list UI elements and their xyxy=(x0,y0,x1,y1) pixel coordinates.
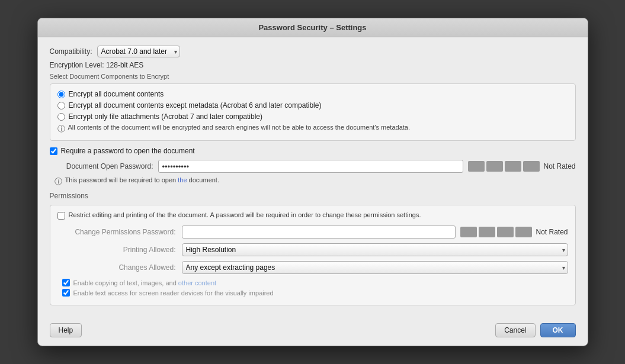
restrict-checkbox[interactable] xyxy=(57,212,65,220)
change-permissions-label: Change Permissions Password: xyxy=(57,228,176,236)
permissions-strength-label: Not Rated xyxy=(536,228,568,236)
select-components-label: Select Document Components to Encrypt xyxy=(50,73,576,80)
encrypt-radio-3-input[interactable] xyxy=(57,113,65,121)
change-permissions-password-row: Change Permissions Password: Not Rated xyxy=(57,226,568,239)
perm-strength-bar-3 xyxy=(497,227,514,237)
restrict-label: Restrict editing and printing of the the… xyxy=(69,211,421,218)
password-security-dialog: Password Security – Settings Compatibili… xyxy=(37,18,588,346)
compatibility-row: Compatibility: Acrobat 7.0 and later Acr… xyxy=(50,46,576,57)
password-info-row: ⓘ This password will be required to open… xyxy=(55,176,576,187)
cancel-button[interactable]: Cancel xyxy=(495,323,535,337)
perm-strength-bar-2 xyxy=(479,227,495,237)
ok-button[interactable]: OK xyxy=(540,323,576,337)
strength-bar-1 xyxy=(468,161,485,172)
compatibility-label: Compatibility: xyxy=(50,47,92,56)
enable-copying-checkbox[interactable] xyxy=(62,279,70,286)
document-open-password-label: Document Open Password: xyxy=(50,162,153,170)
perm-strength-bar-1 xyxy=(460,227,477,237)
enable-copying-label: Enable copying of text, images, and othe… xyxy=(73,279,217,286)
right-buttons: Cancel OK xyxy=(495,323,575,337)
password-info-icon: ⓘ xyxy=(55,176,62,187)
strength-bar-4 xyxy=(523,161,540,172)
permissions-strength-bars xyxy=(460,227,532,237)
encrypt-radio-1: Encrypt all document contents xyxy=(57,90,568,98)
enable-text-access-row: Enable text access for screen reader dev… xyxy=(62,289,568,297)
permissions-title: Permissions xyxy=(50,192,576,200)
dialog-title: Password Security – Settings xyxy=(38,18,588,37)
enable-text-access-checkbox[interactable] xyxy=(62,289,70,297)
perm-strength-bar-4 xyxy=(515,227,532,237)
help-button[interactable]: Help xyxy=(50,323,82,337)
encrypt-options-box: Encrypt all document contents Encrypt al… xyxy=(50,83,576,141)
enable-copying-row: Enable copying of text, images, and othe… xyxy=(62,279,568,286)
info-icon: ⓘ xyxy=(57,124,65,134)
compatibility-select[interactable]: Acrobat 7.0 and later Acrobat 5.0 and la… xyxy=(97,46,180,57)
button-bar: Help Cancel OK xyxy=(38,318,588,346)
encryption-level-row: Encryption Level: 128-bit AES xyxy=(50,61,576,69)
encrypt-radio-2: Encrypt all document contents except met… xyxy=(57,101,568,109)
require-password-label: Require a password to open the document xyxy=(61,147,195,155)
printing-allowed-row: Printing Allowed: High Resolution None L… xyxy=(57,243,568,256)
enable-text-access-label: Enable text access for screen reader dev… xyxy=(73,289,274,297)
changes-allowed-select-wrapper: Any except extracting pages None Inserti… xyxy=(182,261,568,274)
document-open-password-row: Document Open Password: Not Rated xyxy=(50,160,576,173)
password-strength-bars xyxy=(468,161,540,172)
changes-allowed-label: Changes Allowed: xyxy=(57,263,176,272)
change-permissions-input[interactable] xyxy=(182,226,456,239)
compatibility-select-wrapper: Acrobat 7.0 and later Acrobat 5.0 and la… xyxy=(97,46,180,57)
permissions-box: Restrict editing and printing of the the… xyxy=(50,205,576,305)
strength-bar-2 xyxy=(486,161,503,172)
require-password-checkbox[interactable] xyxy=(50,147,57,155)
strength-bar-3 xyxy=(505,161,521,172)
encrypt-info-text: All contents of the document will be enc… xyxy=(68,124,411,131)
password-strength-label: Not Rated xyxy=(543,162,575,170)
changes-allowed-select[interactable]: Any except extracting pages None Inserti… xyxy=(182,261,568,274)
restrict-checkbox-row: Restrict editing and printing of the the… xyxy=(57,211,568,220)
encrypt-info-row: ⓘ All contents of the document will be e… xyxy=(57,124,568,134)
document-open-password-input[interactable] xyxy=(158,160,464,173)
password-info-text: This password will be required to open t… xyxy=(65,176,219,183)
printing-allowed-select[interactable]: High Resolution None Low Resolution (150… xyxy=(182,243,568,256)
encrypt-radio-3: Encrypt only file attachments (Acrobat 7… xyxy=(57,112,568,121)
extra-options: Enable copying of text, images, and othe… xyxy=(57,279,568,297)
changes-allowed-row: Changes Allowed: Any except extracting p… xyxy=(57,261,568,274)
require-password-row: Require a password to open the document xyxy=(50,147,576,155)
printing-allowed-label: Printing Allowed: xyxy=(57,246,176,254)
encrypt-radio-1-input[interactable] xyxy=(57,91,65,98)
printing-allowed-select-wrapper: High Resolution None Low Resolution (150… xyxy=(182,243,568,256)
encrypt-radio-2-input[interactable] xyxy=(57,102,65,109)
